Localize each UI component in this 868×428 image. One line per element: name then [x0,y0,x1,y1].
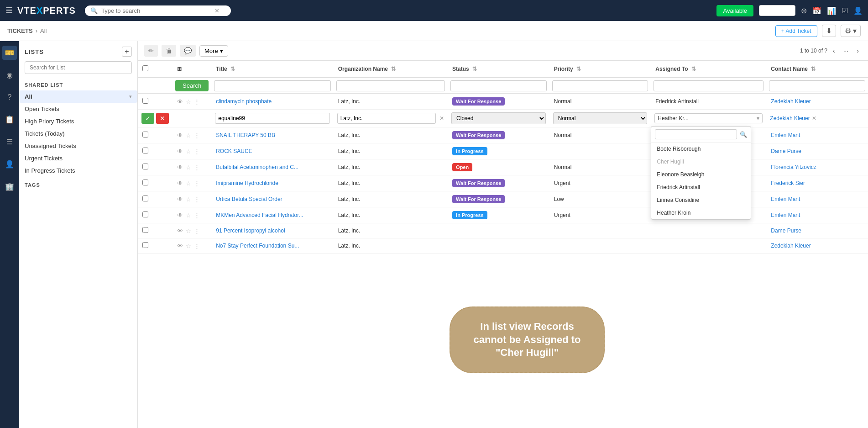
star-icon[interactable]: ☆ [186,164,191,171]
row-checkbox[interactable] [142,98,148,104]
more-options-icon[interactable]: ⋮ [194,180,200,187]
dd-item-friedrick[interactable]: Friedrick Artinstall [651,181,751,194]
star-icon[interactable]: ☆ [186,180,191,187]
plus-circle-icon[interactable]: ⊕ [801,6,807,15]
edit-priority-select[interactable]: Normal Low Urgent [553,112,648,124]
sidebar-icon-building[interactable]: 🏢 [2,180,17,194]
contact-link[interactable]: Zedekiah Kleuer [771,98,810,105]
sidebar-item-high-priority[interactable]: High Priory Tickets [19,115,137,127]
sidebar-item-in-progress[interactable]: In Progress Tickets [19,164,137,177]
status-input[interactable] [759,5,795,16]
filter-status-input[interactable] [450,80,547,91]
prev-page-button[interactable]: ‹ [830,46,838,55]
delete-icon-button[interactable]: 🗑 [162,45,176,57]
add-ticket-button[interactable]: + Add Ticket [775,25,817,37]
search-button[interactable]: Search [175,80,209,91]
edit-status-select[interactable]: Closed Open In Progress Wait For Respons… [451,112,546,124]
eye-icon[interactable]: 👁 [177,227,183,234]
eye-icon[interactable]: 👁 [177,132,183,139]
col-contact[interactable]: Contact Name ⇅ [766,61,868,78]
comment-icon-button[interactable]: 💬 [180,45,196,57]
col-org[interactable]: Organization Name ⇅ [334,61,448,78]
settings-button[interactable]: ⚙ ▾ [841,25,861,37]
search-clear-icon[interactable]: ✕ [214,7,220,14]
row-checkbox[interactable] [142,196,148,201]
chart-icon[interactable]: 📊 [827,6,836,15]
contact-link[interactable]: Zedekiah Kleuer [771,243,810,249]
search-list-input[interactable] [25,61,132,74]
row-checkbox[interactable] [142,242,148,248]
ticket-title-link[interactable]: SNAIL THERAPY 50 BB [216,132,275,138]
ticket-title-link[interactable]: Imipramine Hydrochloride [216,180,278,186]
sidebar-item-unassigned[interactable]: Unassigned Tickets [19,140,137,152]
row-checkbox[interactable] [142,227,148,233]
download-button[interactable]: ⬇ [822,25,836,37]
sidebar-icon-help[interactable]: ? [5,90,15,104]
more-options-icon[interactable]: ⋮ [194,227,200,234]
calendar-icon[interactable]: 📅 [812,6,821,15]
ticket-title-link[interactable]: MKMen Advanced Facial Hydrator... [216,212,303,218]
ticket-title-link[interactable]: ROCK SAUCE [216,148,252,154]
contact-link[interactable]: Frederick Sier [771,180,805,186]
col-priority[interactable]: Priority ⇅ [549,61,651,78]
sidebar-item-today[interactable]: Tickets (Today) [19,127,137,140]
eye-icon[interactable]: 👁 [177,212,183,219]
ticket-title-link[interactable]: No7 Stay Perfect Foundation Su... [216,243,299,249]
sidebar-icon-tickets[interactable]: 🎫 [2,46,17,60]
col-title[interactable]: Title ⇅ [211,61,333,78]
star-icon[interactable]: ☆ [186,148,191,155]
more-options-icon[interactable]: ⋮ [194,196,200,203]
cancel-edit-button[interactable]: ✕ [156,113,169,124]
more-button[interactable]: More ▾ [199,45,228,57]
more-options-icon[interactable]: ⋮ [194,98,200,105]
star-icon[interactable]: ☆ [186,98,191,105]
row-checkbox[interactable] [142,180,148,185]
sidebar-item-urgent[interactable]: Urgent Tickets [19,152,137,164]
dd-item-boote[interactable]: Boote Risborough [651,143,751,155]
edit-icon-button[interactable]: ✏ [144,45,158,57]
filter-contact-input[interactable] [769,80,865,91]
eye-icon[interactable]: 👁 [177,243,183,249]
row-checkbox[interactable] [142,132,148,137]
clear-org-icon[interactable]: ✕ [439,115,444,122]
row-checkbox[interactable] [142,164,148,169]
contact-link[interactable]: Emlen Mant [771,212,800,218]
more-options-icon[interactable]: ⋮ [194,164,200,171]
ticket-title-link[interactable]: 91 Percent Isopropyl alcohol [216,227,285,234]
dots-page-button[interactable]: ··· [841,46,852,55]
contact-link[interactable]: Dame Purse [771,227,801,234]
next-page-button[interactable]: › [854,46,862,55]
more-options-icon[interactable]: ⋮ [194,243,200,249]
more-options-icon[interactable]: ⋮ [194,132,200,139]
edit-title-input[interactable] [215,113,329,124]
star-icon[interactable]: ☆ [186,196,191,203]
star-icon[interactable]: ☆ [186,132,191,139]
sidebar-item-open-tickets[interactable]: Open Tickets [19,103,137,115]
edit-org-input[interactable] [337,113,436,124]
breadcrumb-section[interactable]: TICKETS [7,27,33,34]
contact-link[interactable]: Florencia Yitzovicz [771,164,816,170]
col-assigned[interactable]: Assigned To ⇅ [651,61,766,78]
eye-icon[interactable]: 👁 [177,180,183,187]
row-checkbox[interactable] [142,148,148,153]
dd-item-eleonore[interactable]: Eleonore Beasleigh [651,168,751,181]
contact-link[interactable]: Emlen Mant [771,196,800,202]
contact-link[interactable]: Emlen Mant [771,132,800,138]
contact-link[interactable]: Zedekiah Kleuer [770,115,810,122]
sidebar-item-all[interactable]: All ▾ [19,90,137,103]
filter-org-input[interactable] [336,80,445,91]
clear-contact-icon[interactable]: ✕ [812,115,816,122]
ticket-title-link[interactable]: Urtica Betula Special Order [216,196,282,202]
global-search-input[interactable] [101,7,211,14]
add-list-button[interactable]: + [122,47,132,57]
star-icon[interactable]: ☆ [186,227,191,234]
eye-icon[interactable]: 👁 [177,98,183,105]
contact-link[interactable]: Dame Purse [771,148,801,154]
sidebar-icon-notes[interactable]: 📋 [2,112,17,127]
sidebar-icon-unknown1[interactable]: ◉ [4,68,16,82]
ticket-title-link[interactable]: clindamycin phosphate [216,98,272,105]
eye-icon[interactable]: 👁 [177,164,183,171]
dd-item-heather[interactable]: Heather Kroin [651,206,751,219]
more-options-icon[interactable]: ⋮ [194,148,200,155]
filter-title-input[interactable] [214,80,330,91]
